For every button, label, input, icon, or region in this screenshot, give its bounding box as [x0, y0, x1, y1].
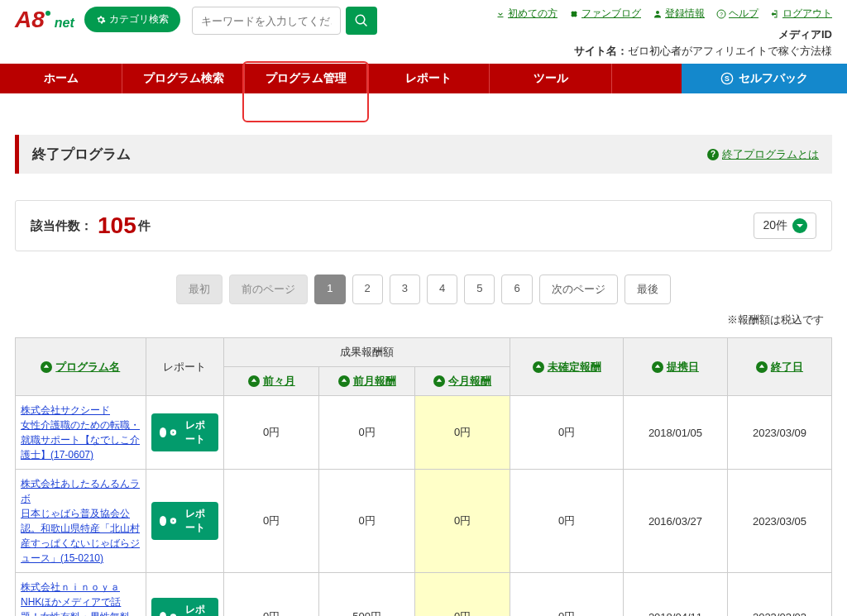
cell-partner-date: 2018/04/11: [623, 573, 727, 617]
cell-unconfirmed: 0円: [510, 396, 624, 470]
report-button[interactable]: レポート: [151, 502, 218, 540]
logout-icon: [770, 9, 780, 19]
count-unit: 件: [138, 218, 151, 234]
link-beginner[interactable]: 初めての方: [495, 7, 557, 21]
th-end-date[interactable]: 終了日: [771, 360, 803, 375]
th-lastmonth[interactable]: 前月報酬: [353, 374, 396, 389]
tab-program-search[interactable]: プログラム検索: [122, 64, 245, 93]
tab-program-manage[interactable]: プログラム管理: [245, 64, 367, 93]
page-2[interactable]: 2: [352, 275, 383, 304]
sort-icon: [41, 361, 52, 373]
cog-icon: [96, 15, 106, 25]
user-icon: [653, 9, 663, 19]
cell-end-date: 2023/03/05: [727, 470, 831, 573]
cell-unconfirmed: 0円: [510, 573, 624, 617]
selfback-icon: S: [720, 72, 734, 85]
cell-thismonth: 0円: [414, 470, 510, 573]
tab-selfback[interactable]: S セルフバック: [682, 64, 847, 93]
link-logout[interactable]: ログアウト: [770, 7, 832, 21]
page-4[interactable]: 4: [427, 275, 457, 304]
svg-text:S: S: [725, 74, 730, 83]
th-partner-date[interactable]: 提携日: [667, 360, 699, 375]
cell-lastmonth: 500円: [319, 573, 414, 617]
page-last[interactable]: 最後: [624, 275, 671, 304]
search-input[interactable]: [192, 7, 341, 35]
report-button[interactable]: レポート: [151, 598, 218, 616]
sort-icon: [248, 375, 260, 387]
th-report: レポート: [146, 338, 223, 396]
sort-icon: [338, 375, 350, 387]
logo[interactable]: A8net: [15, 7, 74, 33]
page-3[interactable]: 3: [390, 275, 420, 304]
page-title: 終了プログラム: [32, 145, 131, 164]
cell-end-date: 2023/03/03: [727, 573, 831, 617]
chevron-down-icon: [792, 218, 807, 233]
perpage-select[interactable]: 20件: [754, 212, 816, 239]
program-link[interactable]: 株式会社サクシード女性介護職のための転職・就職サポート【なでしこ介護士】(17-…: [21, 403, 141, 462]
search-button[interactable]: [346, 7, 377, 35]
pagination: 最初 前のページ 1 2 3 4 5 6 次のページ 最後: [0, 275, 847, 304]
page-prev: 前のページ: [229, 275, 308, 304]
results-table: プログラム名 レポート 成果報酬額 未確定報酬 提携日 終了日 前々月 前月報酬…: [15, 337, 832, 616]
media-id-line: メディアID: [495, 27, 832, 42]
page-6[interactable]: 6: [501, 275, 532, 304]
sort-icon: [756, 361, 768, 373]
main-nav: ホーム プログラム検索 プログラム管理 レポート ツール S セルフバック: [0, 64, 847, 93]
th-thismonth[interactable]: 今月報酬: [448, 374, 491, 389]
search-icon: [354, 13, 369, 28]
report-button[interactable]: レポート: [151, 413, 218, 451]
svg-point-3: [574, 13, 577, 17]
download-icon: [495, 9, 505, 19]
cell-2months: 0円: [223, 470, 318, 573]
cell-unconfirmed: 0円: [510, 470, 624, 573]
table-row: 株式会社あしたるんるんラボ日本じゃばら普及協会公認。和歌山県特産「北山村産すっぱ…: [16, 470, 832, 573]
svg-text:?: ?: [720, 11, 723, 17]
tab-home[interactable]: ホーム: [0, 64, 122, 93]
category-search-button[interactable]: カテゴリ検索: [84, 7, 180, 32]
page-5[interactable]: 5: [464, 275, 495, 304]
page-first: 最初: [176, 275, 223, 304]
cell-end-date: 2023/03/09: [727, 396, 831, 470]
tab-report[interactable]: レポート: [367, 64, 490, 93]
sort-icon: [652, 361, 663, 373]
tax-note: ※報酬額は税込です: [0, 309, 847, 337]
program-link[interactable]: 株式会社ｎｉｎｏｙａNHKほかメディアで話題！女性有料・男性無料 婚活サイト【キ…: [21, 580, 141, 616]
cell-2months: 0円: [223, 573, 318, 617]
cell-partner-date: 2016/03/27: [623, 470, 727, 573]
table-row: 株式会社ｎｉｎｏｙａNHKほかメディアで話題！女性有料・男性無料 婚活サイト【キ…: [16, 573, 832, 617]
cell-lastmonth: 0円: [319, 470, 414, 573]
cell-thismonth: 0円: [414, 396, 510, 470]
tab-tool[interactable]: ツール: [490, 64, 612, 93]
program-link[interactable]: 株式会社あしたるんるんラボ日本じゃばら普及協会公認。和歌山県特産「北山村産すっぱ…: [21, 476, 141, 566]
cell-partner-date: 2018/01/05: [623, 396, 727, 470]
question-icon: ?: [716, 9, 726, 19]
question-icon: ?: [707, 149, 719, 160]
cell-thismonth: 0円: [414, 573, 510, 617]
count-value: 105: [98, 212, 136, 239]
table-row: 株式会社サクシード女性介護職のための転職・就職サポート【なでしこ介護士】(17-…: [16, 396, 832, 470]
count-label: 該当件数：: [31, 218, 93, 234]
cell-2months: 0円: [223, 396, 318, 470]
sort-icon: [433, 375, 445, 387]
th-reward-group: 成果報酬額: [223, 338, 510, 367]
page-1[interactable]: 1: [314, 275, 345, 304]
sort-icon: [533, 361, 544, 373]
th-2months[interactable]: 前々月: [263, 374, 295, 389]
th-unconfirmed[interactable]: 未確定報酬: [548, 360, 601, 375]
svg-point-4: [656, 11, 659, 14]
th-program[interactable]: プログラム名: [55, 360, 120, 375]
link-register[interactable]: 登録情報: [653, 7, 705, 21]
cell-lastmonth: 0円: [319, 396, 414, 470]
clover-icon: [569, 9, 579, 19]
link-fanblog[interactable]: ファンブログ: [569, 7, 641, 21]
site-name-line: サイト名：ゼロ初心者がアフィリエイトで稼ぐ方法様: [495, 44, 832, 59]
page-next[interactable]: 次のページ: [539, 275, 618, 304]
link-help[interactable]: ?ヘルプ: [716, 7, 758, 21]
link-whatis[interactable]: 終了プログラムとは: [722, 147, 819, 162]
